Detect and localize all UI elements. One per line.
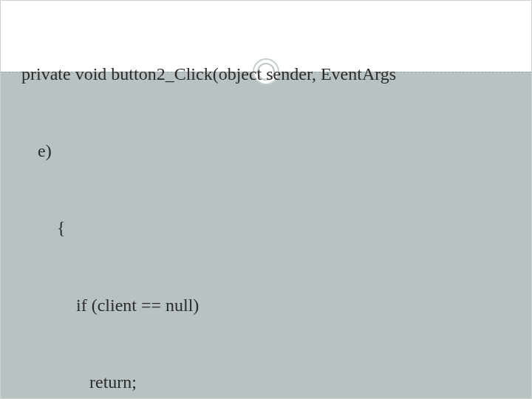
code-line-1: private void button2_Click(object sender… [21,61,511,87]
slide-container: private void button2_Click(object sender… [0,0,532,399]
code-line-1b: e) [21,138,511,164]
code-line-4: return; [21,369,511,395]
code-line-3: if (client == null) [21,293,511,318]
code-block: private void button2_Click(object sender… [21,10,511,399]
code-line-2: { [21,215,511,241]
